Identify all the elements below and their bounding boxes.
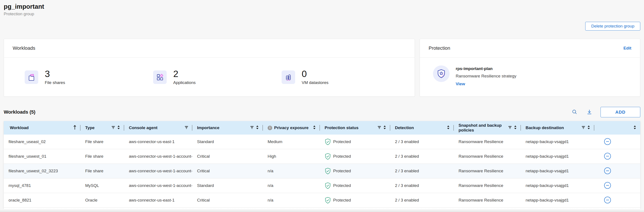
protected-shield-icon [324,153,331,160]
cell-workload: fileshare_useast_02 [4,135,80,149]
cell-protection-status: Protected [320,164,390,178]
table-body: fileshare_useast_02 File share aws-conne… [4,135,640,208]
filter-icon[interactable] [112,125,115,130]
remove-workload-button[interactable] [604,182,611,190]
cell-workload: fileshare_uswest_02_3223 [4,164,80,178]
cell-importance: Standard [192,135,263,149]
table-row[interactable]: fileshare_useast_02 File share aws-conne… [4,135,640,149]
sort-icon[interactable] [117,125,120,131]
remove-workload-button[interactable] [604,167,611,175]
cell-console-agent: aws-connector-us-east-1 [124,135,192,149]
cell-backup-destination: netapp-backup-vsajgd1 [521,164,594,178]
delete-protection-group-button[interactable]: Delete protection group [585,22,640,30]
sort-icon[interactable] [587,125,590,131]
sort-icon[interactable] [383,125,386,131]
filter-icon[interactable] [508,125,512,130]
column-header-workload[interactable]: Workload [4,121,80,135]
add-workload-button[interactable]: ADD [600,107,640,117]
filter-icon[interactable] [184,125,188,130]
file-shares-icon [25,70,38,84]
sort-icon[interactable] [633,125,636,131]
cell-privacy-exposure: High [263,149,320,164]
table-row[interactable]: fileshare_uswest_02_3223 File share aws-… [4,164,640,178]
cell-policies: Ransomware Resilience [454,135,521,149]
column-header-type[interactable]: Type [80,121,124,135]
filter-icon[interactable] [250,125,254,130]
column-header-console-agent[interactable]: Console agent [124,121,192,135]
cell-detection: 2 / 3 enabled [390,164,454,178]
table-header-row: Workload Type Console agent Importance [4,121,640,135]
cell-detection: 2 / 3 enabled [390,193,454,208]
workloads-table: Workload Type Console agent Importance [4,121,640,210]
minus-circle-icon [604,167,611,175]
cell-protection-status: Protected [320,135,390,149]
protected-shield-icon [324,168,331,175]
info-icon[interactable]: i [268,126,272,130]
cell-privacy-exposure: Medium [263,135,320,149]
filter-icon[interactable] [582,125,585,130]
column-header-snapshot-policies[interactable]: Snapshot and backup policies [454,121,521,135]
column-header-actions[interactable] [594,121,640,135]
filter-icon[interactable] [378,125,381,130]
cell-type: File share [80,164,124,178]
vm-datastores-count: 0 [302,69,328,78]
download-icon [586,109,592,115]
applications-count: 2 [173,69,196,78]
sort-asc-icon[interactable] [73,125,76,131]
workloads-card: Workloads 3 File shares [4,39,415,97]
cell-console-agent: aws-connector-us-west-1-account-... [124,149,192,164]
column-header-importance[interactable]: Importance [192,121,263,135]
table-row[interactable]: mysql_4781 MySQL aws-connector-us-west-1… [4,178,640,193]
cell-policies: Ransomware Resilience [454,164,521,178]
cell-importance: Critical [192,149,263,164]
column-header-privacy-exposure[interactable]: i Privacy exposure [263,121,320,135]
cell-detection: 2 / 3 enabled [390,178,454,193]
vm-datastores-label: VM datastores [302,80,328,85]
protection-card-title: Protection [428,45,450,51]
sort-icon[interactable] [256,125,259,131]
cell-type: Oracle [80,193,124,208]
cell-type: MySQL [80,178,124,193]
protection-card: Protection Edit rps-important-plan [420,39,640,97]
vm-datastores-icon [282,70,295,84]
cell-type: File share [80,149,124,164]
cell-actions [594,149,640,164]
search-button[interactable] [571,108,578,116]
cell-backup-destination: netapp-backup-vsajgd1 [521,149,594,164]
cell-privacy-exposure: n/a [263,193,320,208]
column-header-protection-status[interactable]: Protection status [320,121,390,135]
sort-icon[interactable] [313,125,316,131]
sort-icon[interactable] [447,125,450,131]
download-button[interactable] [586,108,593,116]
sort-icon[interactable] [514,125,517,131]
file-shares-count: 3 [45,69,65,78]
remove-workload-button[interactable] [604,196,611,204]
cell-privacy-exposure: n/a [263,164,320,178]
cell-backup-destination: netapp-backup-vsajgd1 [521,193,594,208]
protected-shield-icon [324,197,331,204]
minus-circle-icon [604,182,611,190]
remove-workload-button[interactable] [604,138,611,146]
protected-shield-icon [324,139,331,145]
table-row[interactable]: fileshare_uswest_01 File share aws-conne… [4,149,640,164]
minus-circle-icon [604,138,611,146]
cell-protection-status: Protected [320,193,390,208]
view-plan-link[interactable]: View [456,82,465,86]
file-shares-label: File shares [45,80,65,85]
table-row[interactable]: oracle_8821 Oracle aws-connector-us-east… [4,193,640,208]
stat-vm-datastores: 0 VM datastores [282,69,410,85]
summary-cards: Workloads 3 File shares [4,39,640,97]
page-header: pg_important Protection group [0,0,644,16]
column-header-detection[interactable]: Detection [390,121,454,135]
cell-detection: 2 / 3 enabled [390,149,454,164]
plan-name: rps-important-plan [456,66,516,71]
column-header-backup-destination[interactable]: Backup destination [521,121,594,135]
cell-protection-status: Protected [320,149,390,164]
remove-workload-button[interactable] [604,153,611,161]
table-section-header: Workloads (5) ADD [4,107,640,118]
edit-protection-link[interactable]: Edit [624,46,631,51]
workloads-card-title: Workloads [13,45,36,51]
bottom-shadow [0,209,644,212]
cell-importance: Standard [192,178,263,193]
minus-circle-icon [604,153,611,161]
